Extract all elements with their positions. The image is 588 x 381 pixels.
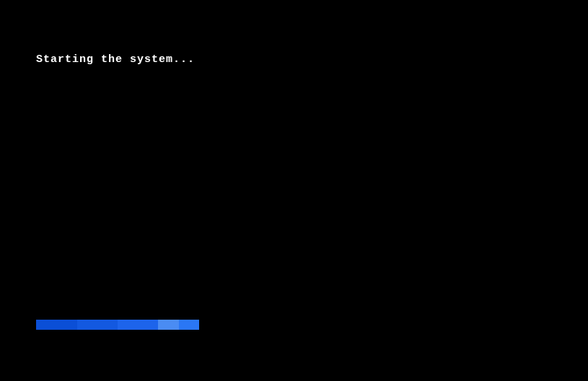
progress-segment: [77, 320, 118, 330]
progress-segment: [118, 320, 158, 330]
progress-segment: [36, 320, 77, 330]
boot-progress-bar: [36, 320, 199, 330]
boot-status-text: Starting the system...: [36, 53, 195, 66]
progress-segment: [179, 320, 199, 330]
progress-segment: [158, 320, 179, 330]
